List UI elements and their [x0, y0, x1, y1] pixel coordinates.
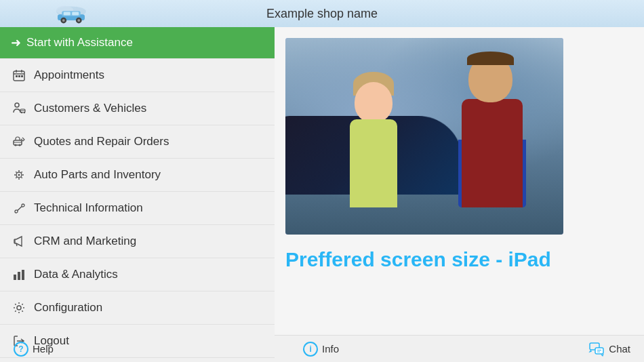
sidebar-item-quotes-repair[interactable]: Quotes and Repair Orders [0, 125, 275, 159]
info-button[interactable]: i Info [303, 342, 339, 357]
info-label: Info [322, 343, 339, 355]
sidebar-item-technical-info[interactable]: Technical Information [0, 192, 275, 225]
preferred-screen-text: Preffered screen size - iPad [285, 248, 551, 271]
svg-rect-14 [16, 75, 18, 77]
chat-button[interactable]: Chat [588, 341, 630, 357]
shop-name: Example shop name [266, 7, 378, 21]
help-button[interactable]: ? Help [14, 342, 54, 357]
svg-point-30 [17, 306, 21, 310]
help-label: Help [33, 343, 54, 355]
svg-point-20 [24, 112, 25, 113]
person1-head [355, 82, 393, 123]
sidebar-item-appointments[interactable]: Appointments [0, 59, 275, 92]
chat-icon [588, 341, 605, 357]
sidebar-item-label: Auto Parts and Inventory [34, 168, 161, 182]
svg-point-23 [19, 144, 21, 146]
svg-rect-27 [14, 275, 16, 280]
svg-point-17 [15, 103, 19, 107]
svg-rect-16 [21, 75, 23, 77]
bar-chart-icon [11, 266, 27, 283]
sidebar-item-label: Technical Information [34, 201, 143, 215]
sidebar-item-label: CRM and Marketing [34, 235, 136, 248]
sidebar: ➜ Start with Assistance Appointments [0, 27, 275, 335]
sidebar-item-label: Configuration [34, 301, 102, 315]
svg-rect-5 [72, 12, 79, 16]
megaphone-icon [11, 233, 27, 249]
svg-rect-32 [595, 348, 603, 354]
person1 [340, 72, 407, 207]
main-layout: ➜ Start with Assistance Appointments [0, 27, 644, 335]
svg-rect-29 [22, 270, 24, 280]
sidebar-item-data-analytics[interactable]: Data & Analytics [0, 258, 275, 291]
svg-point-9 [77, 19, 80, 22]
calendar-icon [11, 67, 27, 83]
svg-rect-28 [18, 272, 20, 280]
sidebar-item-label: Data & Analytics [34, 268, 118, 281]
sidebar-item-crm-marketing[interactable]: CRM and Marketing [0, 225, 275, 258]
person2-body [462, 99, 523, 207]
chat-label: Chat [609, 343, 630, 355]
sidebar-item-label: Appointments [34, 68, 104, 82]
svg-point-22 [15, 144, 17, 146]
gear-wrench-icon [11, 200, 27, 216]
svg-point-8 [62, 19, 65, 22]
sidebar-item-label: Start with Assistance [26, 36, 133, 49]
sidebar-item-auto-parts[interactable]: Auto Parts and Inventory [0, 159, 275, 192]
info-icon: i [303, 342, 318, 357]
gear-icon [11, 300, 27, 316]
sidebar-item-label: Quotes and Repair Orders [34, 135, 169, 148]
settings-car-icon [11, 167, 27, 183]
scene [285, 38, 563, 235]
person-car-icon [11, 100, 27, 117]
content-area: Preffered screen size - iPad [275, 27, 644, 335]
svg-point-25 [18, 174, 20, 176]
logo [54, 3, 88, 26]
svg-rect-4 [64, 12, 71, 16]
svg-rect-15 [18, 75, 20, 77]
person1-body [350, 119, 397, 207]
sidebar-item-customers-vehicles[interactable]: Customers & Vehicles [0, 92, 275, 125]
person2 [455, 52, 543, 207]
person2-hair [467, 52, 514, 65]
sidebar-item-start-assistance[interactable]: ➜ Start with Assistance [0, 27, 275, 59]
help-icon: ? [14, 342, 28, 357]
header: Example shop name [0, 0, 644, 27]
car-wrench-icon [11, 134, 27, 150]
sidebar-item-configuration[interactable]: Configuration [0, 291, 275, 325]
arrow-right-icon: ➜ [11, 35, 21, 50]
shop-image [285, 38, 563, 235]
svg-point-19 [21, 112, 22, 113]
sidebar-item-label: Customers & Vehicles [34, 102, 146, 115]
